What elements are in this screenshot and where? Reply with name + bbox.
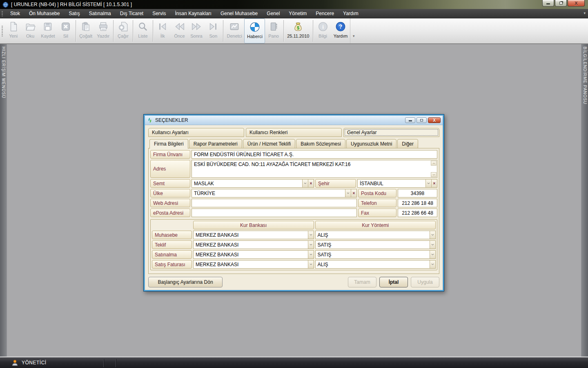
reset-defaults-button[interactable]: Başlangıç Ayarlarına Dön <box>148 277 223 287</box>
toolbar-button-oku[interactable]: Oku <box>22 18 38 43</box>
menu-satinalma[interactable]: Satınalma <box>85 9 116 18</box>
toolbar-button-date[interactable]: $ 25.11.2010 <box>285 18 312 43</box>
semt-combo[interactable]: MASLAK × <box>192 179 314 188</box>
menubar-grip[interactable] <box>2 11 3 16</box>
clear-icon[interactable]: × <box>431 180 437 187</box>
tab-genel-ayarlar[interactable]: Genel Ayarlar <box>343 128 439 137</box>
toolbar-button-yardim[interactable]: ? Yardım <box>331 18 350 43</box>
tab-bakim-sozlesmesi[interactable]: Bakım Sözleşmesi <box>296 139 345 148</box>
satis-faturasi-banka-combo[interactable]: MERKEZ BANKASI <box>193 260 314 269</box>
dropdown-icon[interactable] <box>308 241 314 249</box>
menu-satis[interactable]: Satış <box>64 9 84 18</box>
sehir-combo[interactable]: İSTANBUL × <box>357 179 437 188</box>
toolbar-button-kaydet[interactable]: Kaydet <box>39 18 58 43</box>
tab-uygunsuzluk-metni[interactable]: Uygunsuzluk Metni <box>346 139 396 148</box>
telefon-input[interactable]: 212 286 18 48 <box>398 199 437 207</box>
ok-button[interactable]: Tamam <box>348 277 376 287</box>
menu-pencere[interactable]: Pencere <box>311 9 339 18</box>
menu-genel[interactable]: Genel <box>262 9 284 18</box>
posta-kodu-input[interactable]: 34398 <box>398 189 437 197</box>
menu-yonetim[interactable]: Yönetim <box>284 9 311 18</box>
eposta-adresi-input[interactable] <box>192 209 357 217</box>
dropdown-icon[interactable] <box>430 231 435 239</box>
dropdown-icon[interactable] <box>308 251 314 258</box>
delete-icon <box>60 20 72 33</box>
toolbar-button-ilk[interactable]: İlk <box>154 18 171 43</box>
satis-faturasi-yontem-combo[interactable]: ALIŞ <box>315 260 436 269</box>
window-close-button[interactable]: X <box>568 0 585 7</box>
ulke-combo[interactable]: TÜRKİYE × <box>192 189 357 197</box>
window-minimize-button[interactable] <box>542 0 554 7</box>
toolbar-button-sil[interactable]: Sil <box>57 18 74 43</box>
menu-genel-muhasebe[interactable]: Genel Muhasebe <box>216 9 262 18</box>
dialog-icon <box>147 117 153 123</box>
dialog-restore-button[interactable] <box>416 117 427 123</box>
kur-yontemi-header: Kur Yöntemi <box>315 221 436 229</box>
toolbar-button-denetci[interactable]: Denetci <box>225 18 244 43</box>
toolbar-button-yazdir[interactable]: Yazdır <box>95 18 112 43</box>
dropdown-icon[interactable] <box>425 180 431 187</box>
adres-input[interactable]: ESKİ BÜYÜKDERE CAD. NO:11 AYAZAĞA TİCARE… <box>192 160 437 178</box>
toolbar-button-haberci[interactable]: Haberci <box>244 18 265 43</box>
dialog-minimize-button[interactable] <box>405 117 415 123</box>
info-panel-strip[interactable]: BİLGİLENDİRME PANOSU <box>581 44 588 357</box>
clear-icon[interactable]: × <box>351 189 356 197</box>
tab-rapor-parametreleri[interactable]: Rapor Parametreleri <box>189 139 242 148</box>
tab-diger[interactable]: Diğer <box>397 139 418 148</box>
dropdown-icon[interactable] <box>302 180 308 187</box>
teklif-yontem-combo[interactable]: SATIŞ <box>315 240 436 249</box>
satinalma-banka-combo[interactable]: MERKEZ BANKASI <box>193 250 314 259</box>
board-icon <box>267 20 280 33</box>
clear-icon[interactable]: × <box>308 180 314 187</box>
toolbar-separator <box>76 20 76 42</box>
menu-on-muhasebe[interactable]: Ön Muhasebe <box>24 9 64 18</box>
satinalma-yontem-combo[interactable]: SATIŞ <box>315 250 436 259</box>
menu-insan-kaynaklari[interactable]: İnsan Kaynakları <box>171 9 216 18</box>
toolbar-separator <box>313 20 313 42</box>
cancel-button[interactable]: İptal <box>379 277 408 287</box>
scroll-up-button[interactable] <box>431 161 437 166</box>
tab-urun-hizmet-teklifi[interactable]: Ürün / Hizmet Teklifi <box>243 139 295 148</box>
teklif-banka-combo[interactable]: MERKEZ BANKASI <box>193 240 314 249</box>
window-restore-button[interactable] <box>555 0 567 7</box>
muhasebe-yontem-combo[interactable]: ALIŞ <box>315 231 436 239</box>
dialog-close-button[interactable]: X <box>428 117 441 123</box>
toolbar-button-liste[interactable]: Liste <box>134 18 151 43</box>
statusbar-username: YÖNETİCİ <box>22 360 47 366</box>
muhasebe-banka-combo[interactable]: MERKEZ BANKASI <box>193 231 314 239</box>
web-adresi-input[interactable] <box>192 199 357 207</box>
dropdown-icon[interactable] <box>430 251 435 258</box>
menu-servis[interactable]: Servis <box>148 9 170 18</box>
dropdown-icon[interactable] <box>430 260 435 268</box>
tab-kullanici-renkleri[interactable]: Kullanıcı Renkleri <box>246 128 342 137</box>
dropdown-icon[interactable] <box>308 231 314 239</box>
quick-access-strip[interactable]: HIZLI ERİŞİM MENÜSÜ <box>0 44 7 357</box>
toolbar-overflow-caret[interactable]: ▾ <box>353 34 355 38</box>
menu-yardim[interactable]: Yardım <box>339 9 363 18</box>
toolbar-button-pano[interactable]: Pano <box>265 18 282 43</box>
fax-input[interactable]: 212 286 66 48 <box>398 209 437 217</box>
menu-stok[interactable]: Stok <box>6 9 24 18</box>
last-record-icon <box>207 20 219 33</box>
toolbar-button-cagir[interactable]: Çağır <box>115 18 131 43</box>
toolbar-button-yeni[interactable]: Yeni <box>5 18 22 43</box>
adres-label: Adres <box>150 160 190 178</box>
toolbar-button-bilgi[interactable]: i Bilgi <box>314 18 331 43</box>
toolbar-button-once[interactable]: Önce <box>171 18 188 43</box>
adres-value: ESKİ BÜYÜKDERE CAD. NO:11 AYAZAĞA TİCARE… <box>194 162 350 167</box>
tab-firma-bilgileri[interactable]: Firma Bilgileri <box>149 139 188 149</box>
dropdown-icon[interactable] <box>345 189 351 197</box>
scroll-down-button[interactable] <box>431 172 437 177</box>
menu-dis-ticaret[interactable]: Dış Ticaret <box>116 9 148 18</box>
apply-button[interactable]: Uygula <box>411 277 439 287</box>
dropdown-icon[interactable] <box>430 241 435 249</box>
toolbar-button-cogalt[interactable]: Çoğalt <box>77 18 95 43</box>
dialog-footer: Başlangıç Ayarlarına Dön Tamam İptal Uyg… <box>148 277 439 287</box>
menubar-overflow-caret[interactable]: ▾ <box>584 11 586 15</box>
dialog-titlebar[interactable]: SEÇENEKLER X <box>145 116 443 125</box>
firma-unvani-input[interactable]: FORM ENDÜSTRİ ÜRÜNLERİ TİCARET A.Ş. <box>192 150 437 159</box>
tab-kullanici-ayarlari[interactable]: Kullanıcı Ayarları <box>148 128 244 137</box>
toolbar-button-sonra[interactable]: Sonra <box>188 18 205 43</box>
dropdown-icon[interactable] <box>308 260 314 268</box>
toolbar-button-son[interactable]: Son <box>205 18 222 43</box>
